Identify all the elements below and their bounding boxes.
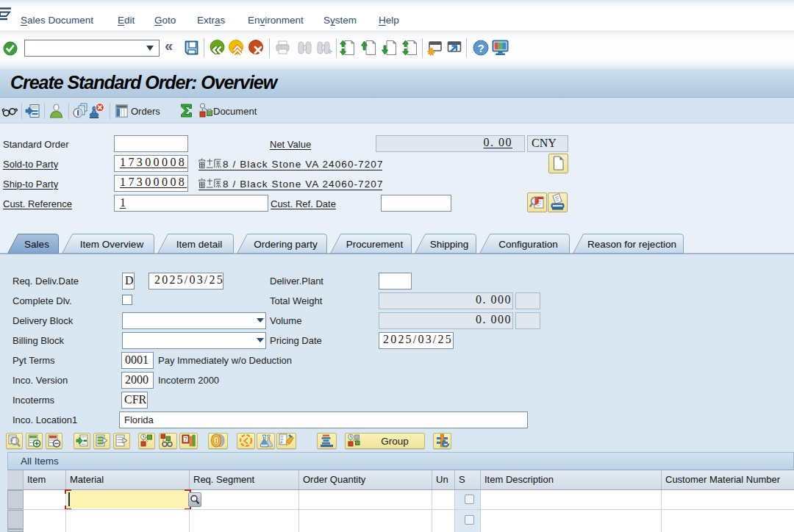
svg-text:7: 7	[185, 436, 187, 442]
svg-text:1: 1	[215, 438, 218, 445]
svg-text:?: ?	[477, 42, 484, 54]
